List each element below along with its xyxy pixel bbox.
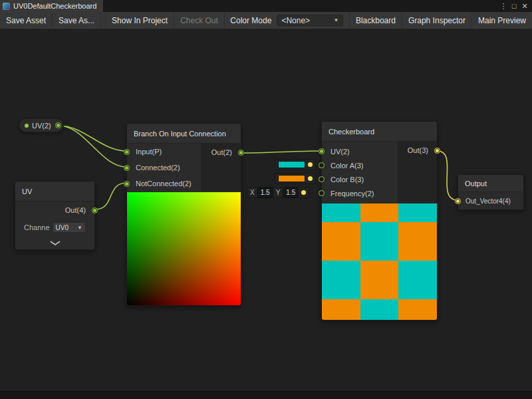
branch-node-title: Branch On Input Connection bbox=[134, 130, 226, 138]
checkerboard-colora-label: Color A(3) bbox=[331, 162, 364, 170]
branch-output-column: Out(2) bbox=[201, 144, 241, 192]
output-node-header[interactable]: Output bbox=[458, 175, 523, 192]
checker-cell bbox=[360, 222, 399, 261]
uv-node-header[interactable]: UV bbox=[15, 182, 94, 201]
tab-title: UV0DefaultCheckerboard bbox=[13, 2, 96, 10]
uv-node[interactable]: UV Out(4) Channe UV0 ▼ bbox=[15, 181, 95, 250]
checker-cell bbox=[360, 299, 399, 321]
uv-channel-label: Channe bbox=[24, 223, 50, 231]
color-a-swatch[interactable] bbox=[278, 161, 305, 168]
checkerboard-colorb-port[interactable] bbox=[319, 176, 325, 182]
color-b-swatch[interactable] bbox=[278, 175, 305, 182]
pill-input-dot-icon bbox=[25, 124, 29, 128]
maximize-icon[interactable]: □ bbox=[509, 0, 519, 12]
checker-cell bbox=[398, 222, 437, 261]
color-b-inline-control bbox=[275, 173, 316, 184]
branch-input-port[interactable] bbox=[124, 149, 130, 155]
uv-pill-output-port[interactable] bbox=[55, 122, 61, 128]
graph-canvas[interactable]: UV(2) UV Out(4) Channe UV0 ▼ bbox=[0, 29, 532, 391]
uv-channel-dropdown[interactable]: UV0 ▼ bbox=[53, 222, 86, 233]
edge-uvpill-to-input[interactable] bbox=[59, 126, 126, 151]
edge-uvpill-to-connected[interactable] bbox=[59, 126, 126, 167]
bottom-bar bbox=[0, 391, 532, 399]
output-vector4-port[interactable] bbox=[455, 198, 461, 204]
edge-uvnode-to-notconnected[interactable] bbox=[95, 183, 126, 209]
blackboard-toggle-button[interactable]: Blackboard bbox=[349, 12, 402, 29]
output-node[interactable]: Output Out_Vector4(4) bbox=[458, 174, 524, 210]
checkerboard-uv-label: UV(2) bbox=[331, 148, 350, 156]
branch-notconnected-port[interactable] bbox=[124, 181, 130, 187]
window-controls: ⋮ □ ✕ bbox=[498, 0, 532, 12]
checkerboard-colorb-label: Color B(3) bbox=[331, 176, 364, 184]
shader-graph-asset-icon bbox=[3, 3, 10, 10]
checker-cell bbox=[322, 299, 360, 321]
uv-channel-value: UV0 bbox=[56, 224, 68, 231]
frequency-port-dot-icon bbox=[301, 190, 306, 195]
frequency-inline-control: X 1.5 Y 1.5 bbox=[247, 187, 309, 198]
checker-cell bbox=[398, 261, 437, 299]
main-preview-toggle-button[interactable]: Main Preview bbox=[471, 12, 532, 29]
color-mode-value: <None> bbox=[281, 16, 310, 25]
save-as-button[interactable]: Save As... bbox=[53, 12, 101, 29]
shader-graph-window: UV0DefaultCheckerboard ⋮ □ ✕ Save Asset … bbox=[0, 0, 532, 399]
show-in-project-button[interactable]: Show In Project bbox=[105, 12, 174, 29]
collapse-chevron-icon bbox=[49, 240, 61, 246]
checkerboard-frequency-port[interactable] bbox=[319, 190, 325, 196]
checkerboard-frequency-label: Frequency(2) bbox=[331, 190, 374, 198]
color-mode-dropdown[interactable]: <None> ▼ bbox=[277, 15, 343, 26]
chevron-down-icon: ▼ bbox=[77, 225, 82, 231]
branch-on-input-connection-node[interactable]: Branch On Input Connection Input(P) Conn… bbox=[126, 123, 241, 306]
checkerboard-node-header[interactable]: Checkerboard bbox=[322, 122, 437, 142]
color-mode-label: Color Mode bbox=[225, 12, 277, 29]
output-input-row: Out_Vector4(4) bbox=[458, 192, 523, 209]
branch-node-header[interactable]: Branch On Input Connection bbox=[127, 124, 241, 144]
checkerboard-uv-port[interactable] bbox=[319, 148, 325, 154]
output-vector4-label: Out_Vector4(4) bbox=[466, 198, 511, 205]
uv-node-output-row: Out(4) bbox=[15, 201, 94, 219]
frequency-x-field[interactable]: 1.5 bbox=[257, 188, 273, 198]
uv-node-expand-toggle[interactable] bbox=[15, 236, 94, 249]
close-icon[interactable]: ✕ bbox=[519, 0, 530, 12]
checker-cell bbox=[398, 299, 437, 321]
uv-node-output-port[interactable] bbox=[92, 207, 98, 213]
edge-branch-to-checkerboard[interactable] bbox=[241, 151, 321, 153]
check-out-button: Check Out bbox=[174, 12, 225, 29]
checkerboard-output-label: Out(3) bbox=[408, 146, 428, 154]
uv-pill-node[interactable]: UV(2) bbox=[19, 118, 64, 132]
color-a-port-dot-icon bbox=[308, 162, 313, 167]
branch-notconnected-label: NotConnected(2) bbox=[136, 180, 192, 188]
branch-output-label: Out(2) bbox=[211, 148, 232, 156]
save-asset-button[interactable]: Save Asset bbox=[0, 12, 53, 29]
frequency-x-label: X bbox=[250, 189, 255, 196]
checkerboard-output-port[interactable] bbox=[434, 148, 440, 154]
checker-cell bbox=[398, 203, 437, 222]
tab-uv0defaultcheckerboard[interactable]: UV0DefaultCheckerboard bbox=[0, 0, 103, 12]
branch-connected-port[interactable] bbox=[124, 165, 130, 171]
checkerboard-colora-port[interactable] bbox=[319, 162, 325, 168]
branch-output-port[interactable] bbox=[238, 150, 244, 156]
output-node-title: Output bbox=[465, 180, 487, 188]
branch-node-preview bbox=[127, 192, 241, 305]
edge-checkerboard-to-output[interactable] bbox=[438, 151, 458, 200]
window-menu-icon[interactable]: ⋮ bbox=[498, 0, 509, 12]
uv-channel-row: Channe UV0 ▼ bbox=[15, 219, 94, 236]
branch-input-label: Input(P) bbox=[136, 148, 162, 156]
frequency-y-field[interactable]: 1.5 bbox=[283, 188, 299, 198]
checkerboard-node-preview bbox=[322, 203, 437, 320]
checker-cell bbox=[322, 261, 360, 299]
uv-node-title: UV bbox=[22, 188, 32, 196]
toolbar: Save Asset Save As... Show In Project Ch… bbox=[0, 12, 532, 29]
color-b-port-dot-icon bbox=[308, 176, 313, 181]
color-a-inline-control bbox=[275, 159, 316, 170]
graph-inspector-toggle-button[interactable]: Graph Inspector bbox=[402, 12, 471, 29]
checkerboard-node-title: Checkerboard bbox=[329, 128, 374, 136]
checker-cell bbox=[322, 203, 360, 222]
checkerboard-node[interactable]: Checkerboard UV(2) Color A(3) Color B(3) bbox=[321, 121, 438, 321]
branch-output-row: Out(2) bbox=[201, 144, 241, 161]
checkerboard-output-column: Out(3) bbox=[397, 142, 437, 203]
chevron-down-icon: ▼ bbox=[333, 17, 338, 23]
checker-cell bbox=[322, 222, 360, 261]
pill-label: UV(2) bbox=[32, 122, 51, 130]
uv-node-output-label: Out(4) bbox=[65, 206, 86, 214]
branch-connected-label: Connected(2) bbox=[136, 164, 180, 172]
